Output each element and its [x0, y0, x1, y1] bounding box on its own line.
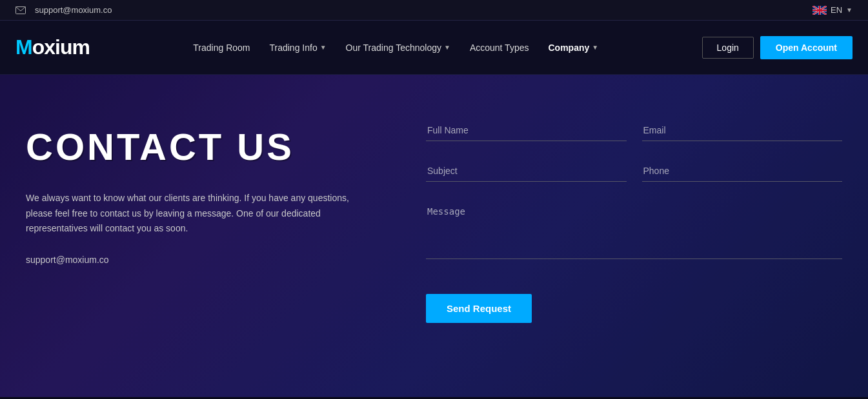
- flag-icon: [812, 6, 827, 15]
- nav-buttons: Login Open Account: [702, 36, 853, 59]
- message-textarea[interactable]: [426, 201, 842, 259]
- top-bar: support@moxium.co EN ▼: [0, 0, 868, 21]
- message-field: [426, 201, 842, 259]
- language-label: EN: [831, 5, 842, 15]
- email-icon: [15, 6, 26, 14]
- form-row-2: [426, 161, 842, 182]
- nav-company-label: Company: [548, 43, 589, 53]
- nav-trading-info-label: Trading Info: [269, 43, 317, 53]
- contact-left: CONTACT US We always want to know what o…: [26, 113, 400, 371]
- form-row-3: [426, 201, 842, 259]
- nav-account-types-label: Account Types: [470, 43, 529, 53]
- contact-title: CONTACT US: [26, 126, 400, 168]
- language-chevron-icon: ▼: [846, 6, 853, 14]
- full-name-input[interactable]: [426, 120, 627, 141]
- nav-trading-technology-label: Our Trading Technology: [346, 43, 441, 53]
- phone-field: [642, 161, 843, 182]
- contact-form: Send Request: [426, 113, 842, 371]
- subject-field: [426, 161, 627, 182]
- nav-trading-technology-chevron: ▼: [444, 44, 450, 51]
- form-row-1: [426, 120, 842, 141]
- logo-m: M: [15, 35, 32, 59]
- email-input[interactable]: [642, 120, 843, 141]
- login-button[interactable]: Login: [702, 37, 754, 59]
- email-field: [642, 120, 843, 141]
- subject-input[interactable]: [426, 161, 627, 182]
- nav-trading-info-chevron: ▼: [320, 44, 327, 51]
- top-bar-email: support@moxium.co: [15, 5, 112, 15]
- nav-trading-room-label: Trading Room: [193, 43, 250, 53]
- nav-account-types[interactable]: Account Types: [462, 37, 537, 58]
- nav-company[interactable]: Company ▼: [540, 37, 606, 58]
- phone-input[interactable]: [642, 161, 843, 182]
- contact-description: We always want to know what our clients …: [26, 191, 361, 237]
- nav-company-chevron: ▼: [592, 44, 598, 51]
- nav-trading-info[interactable]: Trading Info ▼: [261, 37, 334, 58]
- email-text: support@moxium.co: [35, 5, 112, 15]
- nav-trading-technology[interactable]: Our Trading Technology ▼: [338, 37, 458, 58]
- full-name-field: [426, 120, 627, 141]
- logo-rest: oxium: [32, 35, 90, 59]
- open-account-button[interactable]: Open Account: [760, 36, 853, 59]
- contact-section: CONTACT US We always want to know what o…: [0, 75, 868, 397]
- hero-content: CONTACT US We always want to know what o…: [0, 75, 868, 397]
- nav-trading-room[interactable]: Trading Room: [185, 37, 257, 58]
- nav-links: Trading Room Trading Info ▼ Our Trading …: [185, 37, 606, 58]
- logo[interactable]: Moxium: [15, 35, 90, 59]
- send-request-button[interactable]: Send Request: [426, 294, 532, 323]
- contact-email-display: support@moxium.co: [26, 255, 400, 265]
- language-selector[interactable]: EN ▼: [812, 5, 853, 15]
- navbar: Moxium Trading Room Trading Info ▼ Our T…: [0, 21, 868, 75]
